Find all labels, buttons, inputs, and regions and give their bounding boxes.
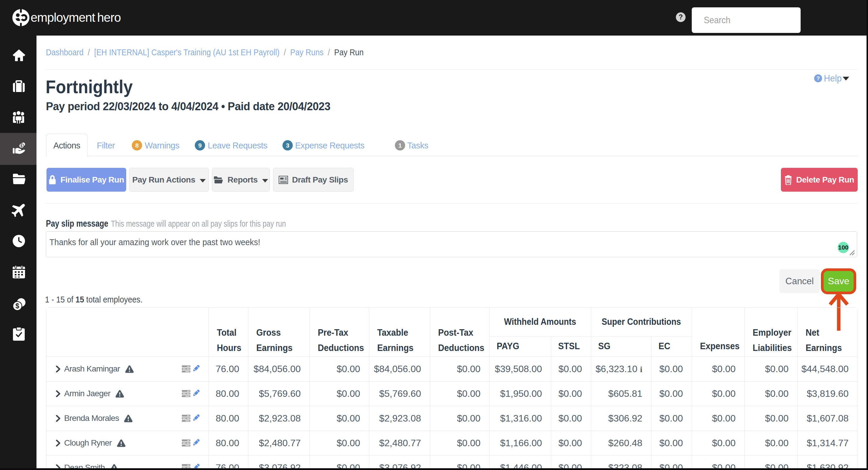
svg-text:$: $: [20, 143, 23, 148]
svg-text:$: $: [16, 302, 20, 310]
